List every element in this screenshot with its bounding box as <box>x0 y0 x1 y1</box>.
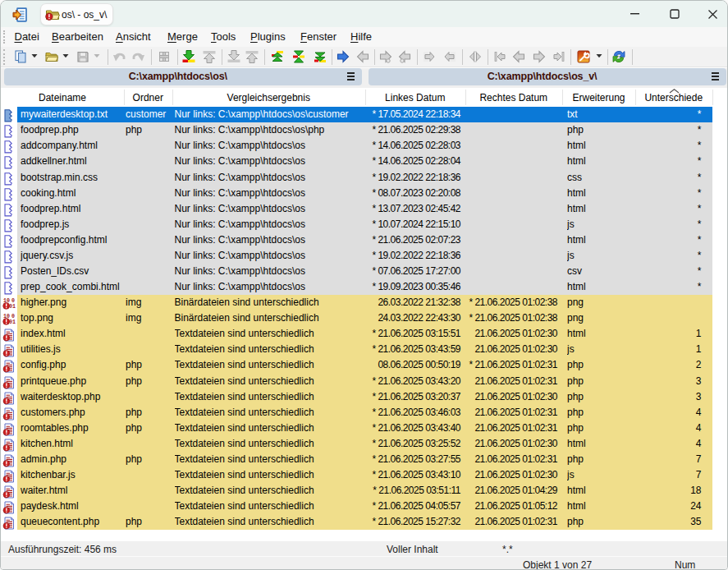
svg-text:0: 0 <box>11 314 15 319</box>
svg-text:01: 01 <box>9 304 16 310</box>
svg-text:0: 0 <box>11 298 15 304</box>
svg-text:01: 01 <box>9 319 16 325</box>
